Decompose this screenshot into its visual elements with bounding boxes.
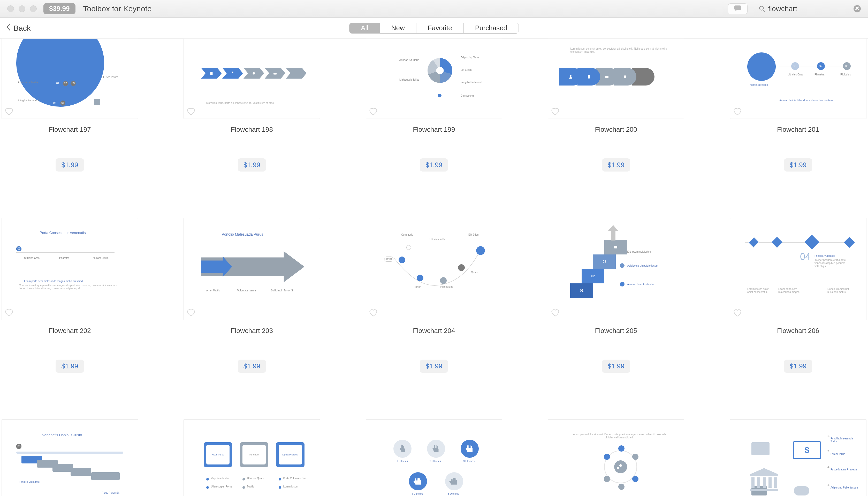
template-card: Porfolio Malesuada Purus Amet Mattis Vul… xyxy=(184,218,320,373)
buy-button[interactable]: $1.99 xyxy=(56,360,84,373)
svg-rect-12 xyxy=(624,75,627,78)
thumb-label: Fringilla Vulputate xyxy=(814,254,835,257)
tab-all[interactable]: All xyxy=(349,23,380,33)
back-button[interactable]: Back xyxy=(6,24,31,33)
favorite-button[interactable] xyxy=(369,107,378,116)
template-thumbnail[interactable]: 01 02 03 Name Surname Ultricies Cras Pha… xyxy=(730,39,866,119)
svg-rect-10 xyxy=(588,75,590,79)
buy-button[interactable]: $1.99 xyxy=(238,360,266,373)
template-thumbnail[interactable]: Commodo Ultricies Nibh Elit Etiam Quam T… xyxy=(366,218,502,320)
template-thumbnail[interactable]: 01 02 03 Elit Ipsum Adipiscing Adipiscin… xyxy=(548,218,684,320)
svg-rect-18 xyxy=(763,477,766,488)
thumb-label: Fusce Magna Pharetra xyxy=(831,468,857,471)
thumb-label: Ultricies Cras xyxy=(788,73,803,76)
buy-button[interactable]: $1.99 xyxy=(602,158,630,172)
favorite-button[interactable] xyxy=(551,308,560,317)
thumb-label: Vulputate Ipsum xyxy=(237,289,256,292)
search-input[interactable] xyxy=(768,5,815,13)
template-thumbnail[interactable]: Porta Consectetur Venenatis 04050607 Ult… xyxy=(2,218,138,320)
favorite-button[interactable] xyxy=(733,107,742,116)
favorite-button[interactable] xyxy=(551,107,560,116)
search-icon xyxy=(758,5,766,12)
svg-rect-16 xyxy=(751,477,755,488)
template-thumbnail[interactable]: 04 Fringilla Vulputate Integer posuere e… xyxy=(730,218,866,320)
tab-purchased[interactable]: Purchased xyxy=(464,23,519,33)
buy-button[interactable]: $1.99 xyxy=(56,158,84,172)
template-card: Lorem ipsum dolor sit amet. Donec porta … xyxy=(548,419,684,496)
thumb-label: Adipiscing Tortor xyxy=(461,56,480,59)
template-title: Flowchart 206 xyxy=(730,327,866,335)
thumb-label: 3 Ultricies xyxy=(463,460,475,463)
minimize-window-button[interactable] xyxy=(19,5,25,12)
zoom-window-button[interactable] xyxy=(30,5,37,12)
template-thumbnail[interactable]: Risus Purus Parturient Ligula Pharetra V… xyxy=(184,419,320,496)
template-thumbnail[interactable]: Morbi leo risus, porta ac consectetur ac… xyxy=(184,39,320,119)
template-thumbnail[interactable]: $ 1. Fringilla Malesuada Tortor 2. Lorem… xyxy=(730,419,866,496)
template-thumbnail[interactable]: Lorem ipsum dolor sit amet, consectetur … xyxy=(548,39,684,119)
feedback-button[interactable] xyxy=(728,3,748,14)
buy-button[interactable]: $1.99 xyxy=(602,360,630,373)
search-wrap xyxy=(758,5,861,13)
template-thumbnail[interactable]: 1 Ultricies 2 Ultricies 3 Ultricies 4 Ul… xyxy=(366,419,502,496)
buy-button[interactable]: $1.99 xyxy=(420,158,448,172)
svg-point-8 xyxy=(436,67,444,74)
template-grid: Aenean Sit Mollis Fringilla Parturient F… xyxy=(0,39,868,496)
svg-point-5 xyxy=(253,72,255,74)
close-window-button[interactable] xyxy=(7,5,14,12)
thumb-label: Aenean Sit Mollis xyxy=(18,81,38,84)
favorite-button[interactable] xyxy=(186,308,196,317)
chat-bubble-icon xyxy=(734,5,741,12)
template-thumbnail[interactable]: Lorem ipsum dolor sit amet. Donec porta … xyxy=(548,419,684,496)
thumb-label: Pharetra xyxy=(814,73,824,76)
thumb-label: Porfolio Malesuada Purus xyxy=(222,232,263,236)
thumb-label: Porta Vulputate Dui xyxy=(283,477,306,480)
buy-button[interactable]: $1.99 xyxy=(784,360,812,373)
thumb-label: Lorem Tellus xyxy=(831,453,845,455)
template-title: Flowchart 204 xyxy=(366,327,502,335)
app-title: Toolbox for Keynote xyxy=(83,4,152,13)
template-title: Flowchart 200 xyxy=(548,126,684,134)
buy-button[interactable]: $1.99 xyxy=(784,158,812,172)
template-thumbnail[interactable]: Aenean Sit Mollis Fringilla Parturient F… xyxy=(2,39,138,119)
tab-favorite[interactable]: Favorite xyxy=(416,23,464,33)
bundle-price-pill[interactable]: $39.99 xyxy=(43,3,75,14)
thumb-label: Aenean Inceptos Mattis xyxy=(627,283,654,286)
buy-button[interactable]: $1.99 xyxy=(420,360,448,373)
favorite-button[interactable] xyxy=(186,107,196,116)
thumb-label: Fringilla Parturient xyxy=(461,81,482,84)
template-thumbnail[interactable]: Porfolio Malesuada Purus Amet Mattis Vul… xyxy=(184,218,320,320)
filter-segmented-control: All New Favorite Purchased xyxy=(349,23,519,34)
thumb-label: Risus Purus Sit xyxy=(102,491,119,494)
thumb-label: Fringilla Parturient xyxy=(18,99,39,102)
svg-rect-21 xyxy=(750,489,778,491)
svg-rect-20 xyxy=(774,477,777,488)
clear-search-button[interactable] xyxy=(854,5,861,12)
thumb-label: Amet Mattis xyxy=(206,289,220,292)
svg-rect-4 xyxy=(210,72,212,75)
thumb-label: Adipiscing Vulputate Ipsum xyxy=(627,264,658,267)
svg-rect-6 xyxy=(273,73,277,74)
thumb-label: Ridiculus xyxy=(840,73,851,76)
favorite-button[interactable] xyxy=(4,107,14,116)
thumb-label: Elit Etiam xyxy=(468,233,479,236)
thumb-label: 1 Ultricies xyxy=(397,460,408,463)
template-card: Aenean Sit Mollis Malesuada Tellus Adipi… xyxy=(366,39,502,172)
template-card: 1 Ultricies 2 Ultricies 3 Ultricies 4 Ul… xyxy=(366,419,502,496)
titlebar: $39.99 Toolbox for Keynote xyxy=(0,0,868,18)
thumb-label: Ultricies Quam xyxy=(247,477,264,480)
template-thumbnail[interactable]: Venenatis Dapibus Justo 010203040506 Fri… xyxy=(2,419,138,496)
thumb-label: Porta Consectetur Venenatis xyxy=(40,231,86,235)
thumb-label: Commodo xyxy=(401,233,413,236)
template-title: Flowchart 199 xyxy=(366,126,502,134)
template-grid-scroll[interactable]: Aenean Sit Mollis Fringilla Parturient F… xyxy=(0,39,868,496)
buy-button[interactable]: $1.99 xyxy=(238,158,266,172)
favorite-button[interactable] xyxy=(733,308,742,317)
thumb-label: Elit Ipsum Adipiscing xyxy=(627,250,651,253)
template-card: Aenean Sit Mollis Fringilla Parturient F… xyxy=(2,39,138,172)
favorite-button[interactable] xyxy=(4,308,14,317)
svg-point-9 xyxy=(570,75,572,77)
tab-new[interactable]: New xyxy=(380,23,416,33)
thumb-label: Venenatis Dapibus Justo xyxy=(42,433,82,437)
favorite-button[interactable] xyxy=(369,308,378,317)
template-thumbnail[interactable]: Aenean Sit Mollis Malesuada Tellus Adipi… xyxy=(366,39,502,119)
